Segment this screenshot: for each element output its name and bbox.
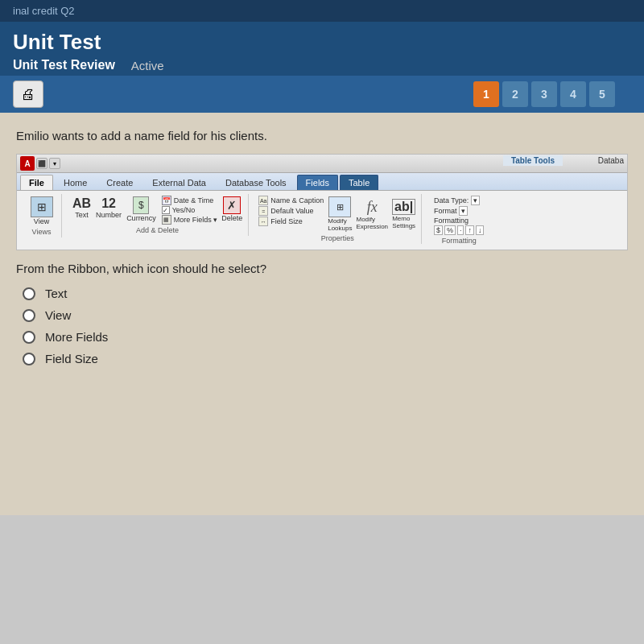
decimal-down-btn[interactable]: ↓ <box>476 225 485 235</box>
page-2-button[interactable]: 2 <box>502 81 528 107</box>
decimal-up-btn[interactable]: ↑ <box>465 225 474 235</box>
answer-option-field-size[interactable]: Field Size <box>23 352 628 365</box>
formatting-item[interactable]: Formatting <box>434 217 485 225</box>
tab-fields[interactable]: Fields <box>297 175 338 190</box>
top-bar-text: inal credit Q2 <box>13 5 75 17</box>
modify-lookups-btn[interactable]: ⊞ ModifyLookups <box>327 196 353 233</box>
page-4-button[interactable]: 4 <box>560 81 586 107</box>
more-fields-label: More Fields ▾ <box>174 216 218 224</box>
properties-group-label: Properties <box>321 234 354 242</box>
field-size-icon: ↔ <box>258 217 268 226</box>
formatting-label: Formatting <box>434 217 469 225</box>
page-1-button[interactable]: 1 <box>473 81 499 107</box>
currency-label: Currency <box>126 214 156 222</box>
view-icon: ⊞ <box>31 196 53 217</box>
title-section: Unit Test Unit Test Review Active <box>0 22 644 76</box>
question-intro: Emilio wants to add a name field for his… <box>16 129 628 142</box>
twelve-label: 12 <box>101 196 116 211</box>
default-value-icon: = <box>258 206 268 216</box>
default-value-label: Default Value <box>270 207 313 215</box>
currency-icon-btn[interactable]: $ Currency <box>126 196 157 223</box>
delete-label: Delete <box>221 214 242 222</box>
ribbon-top-bar: A ⬛ ▾ Table Tools Databa <box>17 155 627 173</box>
more-fields-item[interactable]: ▦ More Fields ▾ <box>162 215 218 225</box>
page-title: Unit Test <box>13 30 631 55</box>
page-3-button[interactable]: 3 <box>531 81 557 107</box>
print-button[interactable]: 🖨 <box>13 80 43 108</box>
ribbon-tabs-row: File Home Create External Data Database … <box>17 173 627 190</box>
memo-settings-btn[interactable]: ab| MemoSettings <box>391 198 416 230</box>
ribbon-mini-btn-1: ⬛ <box>36 158 47 169</box>
view-icon-btn[interactable]: ⊞ View <box>30 196 54 226</box>
main-content: Emilio wants to add a name field for his… <box>0 113 644 515</box>
tab-home[interactable]: Home <box>55 175 96 190</box>
modify-expression-btn[interactable]: fx ModifyExpression <box>355 198 389 231</box>
data-type-item[interactable]: Data Type: ▾ <box>434 196 485 205</box>
answer-options: Text View More Fields Field Size <box>23 287 628 365</box>
radio-field-size[interactable] <box>23 353 35 365</box>
yes-no-label: Yes/No <box>172 206 196 214</box>
ribbon-body: ⊞ View Views AB Text 12 <box>17 190 627 250</box>
tab-external-data[interactable]: External Data <box>143 175 215 190</box>
format-label: Format <box>434 207 457 215</box>
formatting-items: Data Type: ▾ Format ▾ Formatting $ % <box>434 196 485 235</box>
question-prompt: From the Ribbon, which icon should he se… <box>16 262 628 275</box>
yes-no-item[interactable]: ✓ Yes/No <box>162 206 218 214</box>
format-item[interactable]: Format ▾ <box>434 206 485 216</box>
radio-text[interactable] <box>23 287 35 300</box>
page-5-button[interactable]: 5 <box>589 81 615 107</box>
tab-database-tools[interactable]: Database Tools <box>217 175 295 190</box>
date-time-label: Date & Time <box>174 196 214 204</box>
answer-option-view[interactable]: View <box>23 308 628 322</box>
fx-icon: fx <box>367 199 378 216</box>
data-type-value: ▾ <box>471 196 480 205</box>
ribbon-group-properties: Aa Name & Caption = Default Value ↔ Fiel… <box>254 194 422 244</box>
properties-content: Aa Name & Caption = Default Value ↔ Fiel… <box>258 196 416 233</box>
dollar-btn[interactable]: $ <box>434 225 443 235</box>
text-label: Text <box>75 211 89 219</box>
modify-items: ⊞ ModifyLookups fx ModifyExpression ab| … <box>327 196 416 233</box>
format-buttons: $ % · ↑ ↓ <box>434 225 485 235</box>
data-type-label: Data Type: <box>434 196 469 204</box>
comma-btn[interactable]: · <box>457 225 464 235</box>
field-size-label: Field Size <box>270 217 303 225</box>
date-time-item[interactable]: 📅 Date & Time <box>162 196 218 205</box>
tab-create[interactable]: Create <box>97 175 142 190</box>
modify-lookups-label: ModifyLookups <box>328 217 352 232</box>
views-group-label: Views <box>32 228 52 236</box>
view-label: View <box>34 217 49 225</box>
number-icon-btn[interactable]: 12 Number <box>95 196 122 220</box>
memo-icon: ab| <box>392 199 415 215</box>
delete-icon: ✗ <box>223 196 241 214</box>
radio-view[interactable] <box>23 309 35 322</box>
tab-table[interactable]: Table <box>340 175 378 190</box>
answer-option-more-fields[interactable]: More Fields <box>23 330 628 344</box>
ab-label: AB <box>72 196 91 211</box>
status-badge: Active <box>131 59 164 72</box>
table-tools-label: Table Tools <box>503 155 563 166</box>
answer-field-size-label: Field Size <box>45 352 98 365</box>
tab-file[interactable]: File <box>20 175 53 190</box>
more-fields-icon: ▦ <box>162 215 171 225</box>
name-caption-item[interactable]: Aa Name & Caption <box>258 196 324 205</box>
radio-more-fields[interactable] <box>23 331 35 344</box>
database-label: Databa <box>595 155 627 166</box>
default-value-item[interactable]: = Default Value <box>258 206 324 216</box>
answer-option-text[interactable]: Text <box>23 287 628 300</box>
properties-stacked: Aa Name & Caption = Default Value ↔ Fiel… <box>258 196 324 226</box>
number-label: Number <box>96 211 122 219</box>
text-icon-btn[interactable]: AB Text <box>72 196 92 220</box>
field-size-item[interactable]: ↔ Field Size <box>258 217 324 226</box>
ribbon-group-formatting: Data Type: ▾ Format ▾ Formatting $ % <box>427 194 491 246</box>
percent-btn[interactable]: % <box>444 225 456 235</box>
memo-settings-label: MemoSettings <box>392 215 415 229</box>
add-delete-group-label: Add & Delete <box>136 226 179 234</box>
yes-no-icon: ✓ <box>162 206 170 214</box>
ribbon-group-add-delete: AB Text 12 Number $ Currency <box>67 194 249 236</box>
stacked-items: 📅 Date & Time ✓ Yes/No ▦ More Fields ▾ <box>162 196 218 225</box>
name-caption-icon: Aa <box>258 196 268 205</box>
delete-icon-btn[interactable]: ✗ Delete <box>221 196 243 223</box>
page-numbers: 1 2 3 4 5 <box>473 81 615 107</box>
ribbon-app-icon: A <box>20 156 35 171</box>
nav-bar: 🖨 1 2 3 4 5 <box>0 76 644 113</box>
